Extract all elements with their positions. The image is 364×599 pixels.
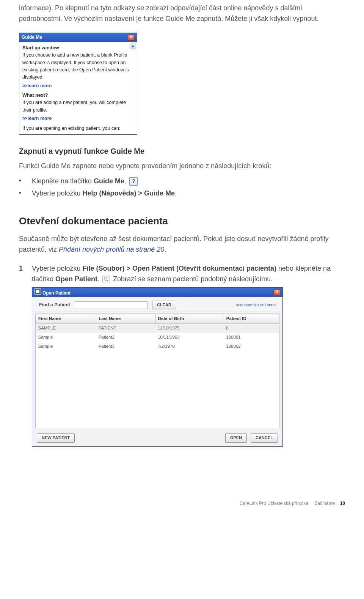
table-row[interactable]: Sample Patient2 10/11/1963 100001 [36,333,279,342]
table-row[interactable]: SAMPLE PATIENT 12/10/1975 0 [36,324,279,333]
bullet-item: • Klepněte na tlačítko Guide Me. ? [19,176,345,187]
guide-me-window: Guide Me ✕ ▲ Start up window If you choo… [19,33,137,135]
col-last-name[interactable]: Last Name [96,314,155,324]
cancel-button[interactable]: CANCEL [251,433,278,442]
question-icon[interactable]: ? [129,177,138,186]
learn-more-link[interactable]: >>learn more [22,82,134,90]
patient-table: First Name Last Name Date of Birth Patie… [35,314,279,428]
app-icon [35,288,41,295]
close-icon[interactable]: ✕ [128,35,135,41]
col-patient-id[interactable]: Patient ID [224,314,279,324]
open-patient-titlebar: Open Patient ✕ [32,288,282,297]
bullet-item: • Vyberte položku Help (Nápověda) > Guid… [19,188,345,199]
learn-more-link[interactable]: >>learn more [22,115,134,122]
customize-columns-link[interactable]: >>customize columns [236,302,276,308]
heading-toggle-guide: Zapnutí a vypnutí funkce Guide Me [19,145,345,157]
guide-body-2: If you are adding a new patient, you wil… [22,99,134,114]
clear-button[interactable]: CLEAR [152,301,176,309]
open-patient-title: Open Patient [42,290,71,296]
guide-body-1: If you choose to add a new patient, a bl… [22,52,134,81]
find-patient-input[interactable] [75,301,147,309]
toggle-intro: Funkci Guide Me zapnete nebo vypnete pro… [19,161,345,172]
guide-heading-1: Start up window [22,44,134,52]
open-patient-intro: Současně může být otevřeno až šest dokum… [19,234,345,255]
open-button[interactable]: OPEN [225,433,247,442]
guide-me-body: ▲ Start up window If you choose to add a… [19,42,137,134]
guide-me-titlebar: Guide Me ✕ [19,33,137,42]
footer-section: Začínáme [315,501,335,506]
guide-body-3: If you are opening an existing patient, … [22,125,134,132]
guide-heading-2: What next? [22,92,134,99]
new-patient-button[interactable]: NEW PATIENT [37,433,75,442]
col-dob[interactable]: Date of Birth [155,314,224,324]
xref-link[interactable]: Přidání nových profilů na straně 20 [59,246,164,253]
page-footer: CareLink Pro Uživatelská příručka Začíná… [19,500,345,507]
find-patient-label: Find a Patient [39,301,70,309]
close-icon[interactable]: ✕ [273,289,280,295]
intro-paragraph: informace). Po klepnutí na tyto odkazy s… [19,3,345,24]
table-row[interactable]: Sample Patient3 7/2/1970 100002 [36,342,279,351]
col-first-name[interactable]: First Name [36,314,96,324]
footer-page-number: 10 [340,501,345,506]
footer-doc-title: CareLink Pro Uživatelská příručka [240,501,308,506]
search-icon[interactable] [102,276,110,283]
step-number: 1 [19,263,32,447]
open-patient-window: Open Patient ✕ Find a Patient CLEAR >>cu… [32,287,283,446]
guide-me-title: Guide Me [22,34,42,41]
step-1: 1 Vyberte položku File (Soubor) > Open P… [19,263,345,447]
heading-open-patient-doc: Otevření dokumentace pacienta [19,213,345,229]
scroll-up-icon[interactable]: ▲ [130,43,136,49]
